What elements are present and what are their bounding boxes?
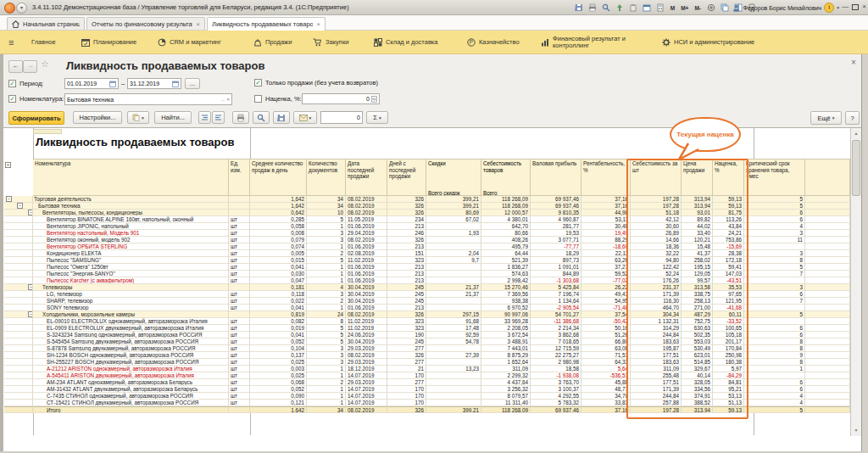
nomenclature-checkbox[interactable]: ✓ (8, 95, 16, 103)
scroll-down-icon[interactable]: ▼ (851, 425, 861, 436)
date-calendar-icon[interactable] (109, 81, 116, 87)
ribbon-item-chart[interactable]: Финансовый результат и контроллинг (541, 31, 651, 54)
table-row[interactable]: Пылесос Karcher (с аквафильтром)шт0,0471… (4, 277, 850, 284)
memory-m-minus-button[interactable]: M- (693, 5, 702, 11)
table-row[interactable]: Вентилятор BINATONE ALPINE 160вт, наполь… (4, 216, 850, 223)
send-mail-button[interactable]: ▾ (293, 111, 317, 124)
nomenclature-clear-icon[interactable]: × (226, 97, 230, 102)
period-checkbox[interactable]: ✓ (8, 80, 16, 87)
table-row[interactable]: S-87878 Samsung двухкамерный, авторазмор… (4, 345, 850, 352)
main-menu-dropdown-icon[interactable]: ▾ (16, 3, 27, 14)
vertical-scrollbar[interactable]: ▲ ▼ (850, 128, 861, 436)
print-button[interactable] (232, 111, 249, 124)
table-row[interactable]: SH-1234 BOSCH однокамерный, авторазмороз… (4, 352, 850, 359)
settings-button[interactable]: Настройки... (73, 111, 122, 124)
table-row[interactable]: S-3243234 Samsung однокамерный, авторазм… (4, 332, 850, 338)
table-row[interactable]: АМ-234 ATLANT однокамерный, авторазмороз… (4, 379, 850, 386)
tab-close-icon[interactable]: × (196, 20, 200, 28)
markup-input[interactable]: 0 (302, 93, 380, 104)
collapse-toggle-icon[interactable]: − (6, 196, 12, 202)
memory-m-button[interactable]: M (670, 5, 676, 11)
table-group-row[interactable]: −Торговая деятельность1,6423408.02.20193… (4, 196, 850, 203)
table-row[interactable]: EL-0909 ELECTROLUX двухкамерный, автораз… (4, 325, 850, 332)
favorite-star-icon[interactable]: ☆ (41, 59, 49, 70)
collapse-toggle-icon[interactable]: − (28, 284, 33, 290)
date-calendar-icon[interactable] (172, 81, 179, 87)
ribbon-item-main[interactable]: Главное (31, 31, 56, 54)
period-more-button[interactable]: ... (185, 78, 200, 89)
nav-back-button[interactable]: ← (8, 60, 23, 73)
memory-m-plus-button[interactable]: M+ (680, 5, 689, 11)
table-row[interactable]: S-545454 Samsung двухкамерный, авторазмо… (4, 338, 850, 345)
info-badge-icon[interactable]: i (824, 3, 834, 13)
user-menu[interactable]: Федоров Борис Михайлович i ▾ (732, 2, 839, 14)
table-group-row[interactable]: −Телевизоры0,181430.04.201924521,3715 27… (4, 284, 850, 291)
app-logo-icon[interactable] (4, 3, 15, 14)
save-icon[interactable] (575, 3, 584, 13)
only-sales-checkbox[interactable]: ✓ (254, 79, 262, 87)
table-row[interactable]: A-21212 ARISTON однокамерный, авторазмор… (4, 366, 850, 372)
table-row[interactable]: Вентилятор JIPONIC, напольныйшт0,058101.… (4, 223, 850, 230)
table-row[interactable]: Вентилятор настольный, Модель 901шт0,008… (4, 230, 850, 237)
collapse-groups-button[interactable] (198, 111, 211, 124)
preview-button[interactable] (253, 111, 270, 124)
scroll-up-icon[interactable]: ▲ (851, 128, 861, 139)
table-row[interactable]: Пылесос "Омега" 1250втшт0,041101.06.2019… (4, 264, 850, 271)
table-row[interactable]: A-545411 ARISTON двухкамерный, авторазмо… (4, 372, 850, 379)
table-row[interactable]: SH-255227 BOSCH двухкамерный, авторазмор… (4, 359, 850, 366)
ribbon-item-bag[interactable]: Продажи (253, 31, 292, 54)
table-total-row[interactable]: Итого1,6423408.02.2019326399,21118 268,0… (4, 406, 850, 413)
table-row[interactable]: LG, телевизоршт0,118330.04.201924521,377… (4, 291, 850, 298)
minimize-button[interactable]: — (842, 3, 849, 11)
ribbon-item-coin[interactable]: PКазначейство (467, 31, 520, 54)
table-row[interactable]: Пылесос "Энергия-SANYO"шт0,030101.06.201… (4, 271, 850, 277)
markup-spin-icon[interactable] (371, 96, 377, 103)
table-row[interactable]: SHARP, телевизоршт0,022230.04.2019245938… (4, 298, 850, 305)
collapse-toggle-icon[interactable]: − (28, 311, 33, 317)
hamburger-menu-icon[interactable]: ≡ (8, 38, 14, 47)
table-row[interactable]: СТ-15421 СТИНОЛ двухкамерный, авторазмор… (4, 400, 850, 406)
table-row[interactable]: АМ-31432 ATLANT двухкамерный, авторазмор… (4, 386, 850, 393)
preview-icon[interactable] (602, 3, 611, 13)
tab-liquidity-report[interactable]: Ликвидность продаваемых товаров× (207, 17, 326, 31)
close-button[interactable]: × (862, 3, 866, 11)
table-row[interactable]: Вентилятор оконный, модель 902шт0,079308… (4, 237, 850, 243)
help-button[interactable]: ? (845, 111, 860, 125)
sum-counter-input[interactable]: 0 (320, 111, 363, 124)
markup-checkbox[interactable] (254, 95, 262, 103)
nomenclature-input[interactable]: Бытовая техника ... × (64, 93, 232, 105)
print-icon[interactable] (588, 3, 598, 13)
save-result-button[interactable] (273, 111, 290, 124)
calculator-icon[interactable] (656, 3, 665, 13)
generate-button[interactable]: Сформировать (8, 111, 64, 125)
ribbon-item-gear[interactable]: НСИ и администрирование (662, 31, 759, 54)
collapse-toggle-icon[interactable]: − (17, 203, 23, 209)
table-group-row[interactable]: −Бытовая техника1,6423408.02.2019326399,… (4, 203, 850, 210)
find-button[interactable]: Найти... (154, 111, 192, 124)
windows-icon[interactable] (720, 3, 729, 13)
tab-home[interactable]: Начальная страница (7, 17, 85, 30)
ribbon-item-cart[interactable]: Закупки (313, 31, 348, 54)
table-group-row[interactable]: −Вентиляторы, пылесосы, кондиционеры0,64… (4, 210, 850, 216)
restore-button[interactable] (852, 4, 859, 10)
send-icon[interactable] (615, 3, 625, 13)
sum-button[interactable]: Σ ▾ (366, 111, 388, 124)
outer-expand-toggle[interactable]: + (5, 162, 11, 168)
report-close-icon[interactable]: × (851, 58, 856, 67)
tab-finance-reports[interactable]: Отчеты по финансовому результату× (86, 17, 205, 30)
scrollbar-thumb[interactable] (852, 140, 860, 196)
calendar-icon[interactable] (643, 3, 652, 13)
ribbon-item-grid[interactable]: Склад и доставка (374, 31, 437, 54)
table-row[interactable]: EL-09010 ELECTROLUX однокамерный, автора… (4, 318, 850, 325)
table-group-row[interactable]: −Холодильники, морозильные камеры0,81924… (4, 311, 850, 318)
collapse-toggle-icon[interactable]: − (28, 210, 33, 215)
clipboard-icon[interactable] (629, 3, 638, 13)
zoom-icon[interactable] (706, 3, 715, 13)
ribbon-item-calendar[interactable]: Планирование (81, 31, 136, 54)
nav-forward-button[interactable]: → (23, 60, 37, 73)
table-row[interactable]: Кондиционер ELEKTAшт0,005202.08.20191512… (4, 250, 850, 257)
table-row[interactable]: Пылесос "SAMSUNG"шт0,015511.02.20193239,… (4, 257, 850, 264)
table-row[interactable]: Вентилятор ОРБИТА STERLINGшт0,074101.06.… (4, 243, 850, 250)
period-from-input[interactable]: 01.01.2019 (64, 78, 119, 89)
expand-groups-button[interactable] (212, 111, 225, 124)
